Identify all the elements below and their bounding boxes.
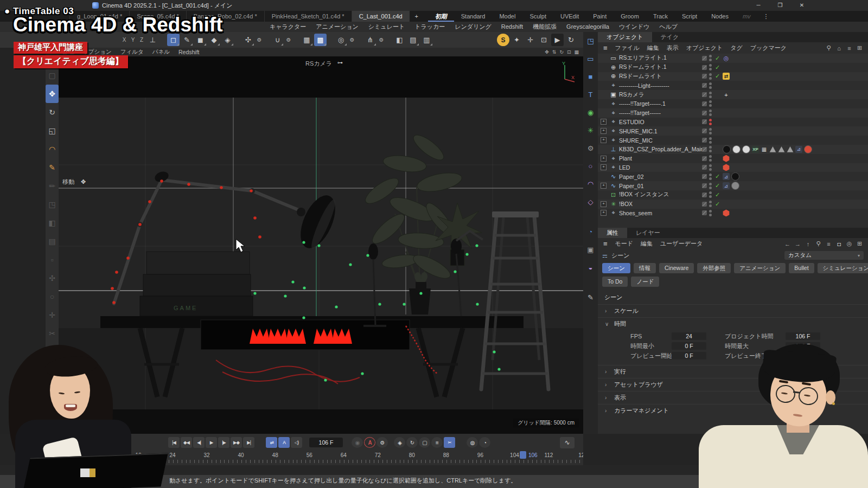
current-frame-field[interactable]: 106 F — [309, 438, 343, 447]
forward-icon[interactable]: → — [793, 241, 803, 247]
preset-dropdown[interactable]: カスタム ▾ — [784, 251, 864, 260]
expand-icon[interactable]: + — [601, 164, 607, 170]
visibility-dot-editor[interactable] — [709, 201, 712, 203]
hamburger-icon[interactable]: ≡ — [603, 240, 608, 248]
record-key-button[interactable]: ◉ — [352, 437, 363, 448]
expand-icon[interactable]: + — [601, 201, 607, 207]
visibility-dot-render[interactable] — [709, 168, 712, 171]
visibility-dot-render[interactable] — [709, 77, 712, 80]
play-button[interactable]: ▶ — [206, 437, 217, 448]
object-row[interactable]: +⊕RSドームライト✓⇄ — [598, 72, 868, 81]
xpresso-tag-icon[interactable]: XP — [752, 146, 759, 153]
visibility-dots[interactable] — [709, 64, 712, 70]
menu-item[interactable]: キャラクター — [265, 22, 311, 32]
mat-half-tag-icon[interactable] — [731, 182, 739, 190]
layout-tab[interactable]: Sculpt — [522, 11, 553, 22]
render-to-pv-icon[interactable]: ▤ — [407, 34, 419, 46]
target-icon[interactable]: ◎ — [844, 240, 854, 247]
visibility-dot-render[interactable] — [709, 187, 712, 189]
maximize-view-icon[interactable]: ⊡ — [567, 49, 571, 55]
attribute-chip[interactable]: アニメーション — [734, 263, 786, 273]
panel-menu-item[interactable]: モード — [611, 240, 637, 248]
expand-icon[interactable]: + — [601, 156, 607, 162]
layout-tab[interactable]: mv — [736, 11, 758, 22]
edit-toggle[interactable] — [702, 101, 707, 106]
visibility-dot-render[interactable] — [709, 123, 712, 125]
edit-toggle[interactable] — [702, 192, 707, 197]
hamburger-icon[interactable]: ≡ — [603, 44, 608, 52]
edit-toggle[interactable] — [702, 56, 707, 61]
object-row[interactable]: +⌖ESTUDIO — [598, 118, 868, 127]
swap-tag-icon[interactable]: ⇄ — [723, 73, 730, 80]
object-row[interactable]: +⌖----------Light---------- — [598, 81, 868, 90]
panel-tab[interactable]: テイク — [652, 32, 688, 42]
current-frame-marker[interactable] — [520, 451, 526, 459]
edit-toggle[interactable] — [702, 183, 707, 188]
object-row[interactable]: +∿Paper_02✓⊿ — [598, 172, 868, 181]
search-icon[interactable]: ⚲ — [813, 240, 824, 247]
visibility-dot-editor[interactable] — [709, 100, 712, 103]
visibility-dot-render[interactable] — [709, 177, 712, 180]
new-document-button[interactable]: + — [410, 11, 424, 22]
layout-tab[interactable]: Script — [675, 11, 704, 22]
attribute-chip[interactable]: シーン — [602, 263, 630, 273]
visibility-dots[interactable] — [709, 73, 712, 80]
scale-tool[interactable]: ◱ — [46, 121, 59, 140]
visibility-dot-editor[interactable] — [709, 55, 712, 57]
panel-menu-item[interactable]: オブジェクト — [682, 44, 727, 52]
expand-icon[interactable]: + — [601, 128, 607, 134]
settings-icon[interactable]: ⚙ — [583, 139, 598, 157]
object-row[interactable]: +▣RSカメラ+ — [598, 90, 868, 99]
visibility-dot-editor[interactable] — [709, 73, 712, 76]
edit-toggle[interactable] — [702, 65, 707, 70]
visibility-dot-render[interactable] — [709, 141, 712, 144]
sketch-tool[interactable]: ✏ — [46, 177, 59, 195]
camera-label[interactable]: RSカメラ — [305, 60, 332, 68]
expand-icon[interactable]: + — [601, 210, 607, 216]
simulation-settings-icon[interactable]: ⚙ — [285, 34, 292, 46]
layout-tab[interactable]: Paint — [586, 11, 614, 22]
visibility-dots[interactable] — [709, 137, 712, 144]
sound-toggle[interactable]: ◁) — [291, 437, 302, 448]
visibility-dot-editor[interactable] — [709, 110, 712, 112]
visibility-dots[interactable] — [709, 191, 712, 198]
layout-more-button[interactable]: ⋮ — [758, 11, 775, 22]
layout-tab[interactable]: Nodes — [704, 11, 736, 22]
panel-tab[interactable]: オブジェクト — [598, 32, 652, 42]
enabled-check-icon[interactable]: ✓ — [714, 55, 721, 62]
visibility-dots[interactable] — [709, 82, 712, 89]
field-settings-icon[interactable]: ⚙ — [348, 34, 356, 46]
render-view-icon[interactable]: ◧ — [393, 34, 406, 46]
visibility-dot-editor[interactable] — [709, 183, 712, 185]
loop-toggle[interactable]: ⇄ — [266, 437, 277, 448]
attribute-chip[interactable]: Bullet — [789, 263, 814, 273]
edit-toggle[interactable] — [702, 83, 707, 88]
layout-tab[interactable]: Groom — [614, 11, 646, 22]
key-parameter-toggle[interactable]: ≡ — [431, 437, 443, 448]
visibility-dot-editor[interactable] — [709, 128, 712, 131]
quantize-button[interactable]: ◔ — [479, 437, 490, 448]
spline-smooth-tool[interactable]: ◠ — [46, 140, 59, 158]
cloner-icon[interactable]: ▩ — [314, 34, 327, 46]
close-button[interactable]: ✕ — [792, 0, 812, 11]
viewport-menu-item[interactable]: Redshift — [174, 49, 204, 55]
layout-tab[interactable]: 初期 — [428, 11, 454, 22]
render-settings-icon[interactable]: ▥ — [420, 34, 433, 46]
attribute-chip[interactable]: Cineware — [659, 263, 694, 273]
circle-spline-icon[interactable]: ○ — [583, 157, 598, 175]
next-key-button[interactable]: ▶◆ — [231, 437, 242, 448]
visibility-dots[interactable] — [709, 128, 712, 134]
panel-menu-item[interactable]: ブックマーク — [746, 44, 790, 52]
visibility-dot-render[interactable] — [709, 150, 712, 152]
attribute-chip[interactable]: To Do — [602, 277, 628, 287]
visibility-dot-editor[interactable] — [709, 155, 712, 158]
visibility-dots[interactable] — [709, 201, 712, 207]
snap-icon[interactable]: ✛ — [524, 34, 537, 46]
visibility-dot-render[interactable] — [709, 159, 712, 162]
panel-tab[interactable]: レイヤー — [627, 228, 669, 238]
previous-key-button[interactable]: ◆◀ — [181, 437, 192, 448]
rs-tag-icon[interactable] — [723, 209, 730, 216]
cube-icon[interactable]: ■ — [583, 68, 598, 86]
stage-icon[interactable]: ◒ — [583, 259, 598, 277]
attribute-chip[interactable]: シミュレーション — [818, 263, 868, 273]
